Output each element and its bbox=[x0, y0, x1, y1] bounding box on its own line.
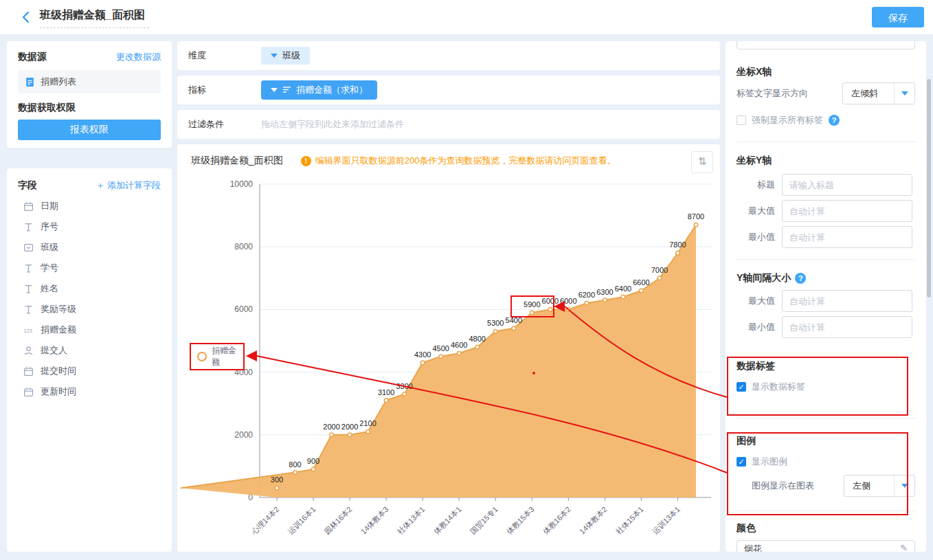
data-point[interactable] bbox=[694, 223, 698, 227]
interval-max-input[interactable] bbox=[782, 290, 912, 312]
data-point[interactable] bbox=[676, 251, 680, 256]
save-button[interactable]: 保存 bbox=[872, 7, 924, 27]
data-point[interactable] bbox=[384, 399, 388, 403]
data-label: 2000 bbox=[323, 423, 339, 431]
filter-dropzone[interactable]: 拖动左侧字段到此处来添加过滤条件 bbox=[261, 118, 404, 131]
field-item[interactable]: 123捐赠金额 bbox=[18, 320, 161, 340]
data-point[interactable] bbox=[657, 276, 662, 280]
divider bbox=[737, 259, 915, 260]
chart-legend[interactable]: 捐赠金额 bbox=[190, 343, 245, 370]
y-axis-tick-label: 8000 bbox=[234, 242, 253, 251]
data-point[interactable] bbox=[585, 301, 589, 305]
edit-icon: ✎ bbox=[900, 543, 908, 552]
datasource-item[interactable]: 捐赠列表 bbox=[18, 70, 161, 93]
data-point[interactable] bbox=[640, 289, 644, 293]
text-icon bbox=[23, 304, 34, 315]
data-point[interactable] bbox=[403, 392, 407, 396]
y-min-input[interactable] bbox=[782, 226, 912, 248]
document-icon bbox=[25, 77, 35, 87]
data-point[interactable] bbox=[603, 298, 607, 302]
interval-min-label: 最小值 bbox=[737, 321, 775, 333]
force-labels-checkbox[interactable] bbox=[737, 115, 746, 125]
data-point[interactable] bbox=[439, 355, 443, 359]
page-title: 班级捐赠金额_面积图 bbox=[40, 8, 149, 28]
metric-label: 指标 bbox=[188, 84, 261, 96]
report-permission-button[interactable]: 报表权限 bbox=[18, 120, 161, 140]
field-item[interactable]: 更新时间 bbox=[18, 381, 161, 402]
add-calc-field-link[interactable]: ＋ 添加计算字段 bbox=[95, 179, 161, 192]
data-point[interactable] bbox=[530, 311, 535, 315]
area-fill bbox=[181, 225, 696, 497]
data-point[interactable] bbox=[493, 330, 497, 334]
data-point[interactable] bbox=[567, 308, 571, 312]
interval-max-label: 最大值 bbox=[737, 295, 775, 307]
x-axis-label: 园林16本2 bbox=[323, 505, 354, 536]
y-min-label: 最小值 bbox=[737, 231, 775, 243]
legend-position-select[interactable]: 左侧 bbox=[844, 475, 915, 497]
field-item[interactable]: 姓名 bbox=[18, 278, 161, 299]
clipped-setting-input[interactable] bbox=[737, 41, 915, 49]
data-point[interactable] bbox=[330, 433, 334, 437]
dimension-row: 维度 班级 bbox=[177, 41, 720, 70]
field-item[interactable]: 提交人 bbox=[18, 340, 161, 361]
metric-tag[interactable]: 捐赠金额（求和） bbox=[261, 80, 377, 100]
data-label: 7800 bbox=[669, 240, 686, 249]
x-axis-label: 国贸15专1 bbox=[469, 505, 499, 536]
help-icon[interactable]: ? bbox=[795, 273, 806, 284]
chevron-down-icon bbox=[894, 475, 914, 496]
data-point[interactable] bbox=[366, 429, 370, 434]
data-label: 7000 bbox=[651, 266, 668, 274]
calendar-icon bbox=[23, 366, 34, 377]
divider bbox=[737, 142, 915, 142]
data-point[interactable] bbox=[548, 308, 552, 312]
data-point[interactable] bbox=[475, 345, 480, 349]
interval-min-input[interactable] bbox=[782, 316, 912, 338]
fields-title: 字段 bbox=[18, 179, 37, 192]
y-axis-tick-label: 2000 bbox=[234, 430, 253, 440]
data-point[interactable] bbox=[275, 486, 279, 491]
data-point[interactable] bbox=[457, 351, 461, 355]
data-label: 6000 bbox=[560, 297, 576, 305]
legend-section-title: 图例 bbox=[737, 435, 915, 447]
data-label: 800 bbox=[289, 460, 301, 469]
svg-text:123: 123 bbox=[23, 327, 32, 333]
datasource-panel: 数据源 更改数据源 捐赠列表 数据获取权限 报表权限 bbox=[7, 41, 172, 148]
x-axis-label: 运训13本1 bbox=[651, 505, 682, 536]
data-point[interactable] bbox=[311, 467, 315, 471]
back-icon[interactable] bbox=[19, 10, 33, 24]
field-item[interactable]: 班级 bbox=[18, 237, 161, 258]
show-legend-checkbox[interactable]: ✓ bbox=[737, 457, 746, 467]
sort-button[interactable]: ⇅ bbox=[691, 151, 713, 173]
data-point[interactable] bbox=[293, 471, 297, 475]
data-point[interactable] bbox=[621, 295, 625, 299]
warning-icon: ! bbox=[301, 156, 311, 166]
help-icon[interactable]: ? bbox=[829, 115, 840, 126]
data-label: 4800 bbox=[469, 335, 485, 343]
data-point[interactable] bbox=[420, 361, 425, 365]
field-item[interactable]: 奖励等级 bbox=[18, 299, 161, 320]
y-interval-section-title: Y轴间隔大小 ? bbox=[737, 272, 915, 284]
field-item[interactable]: 序号 bbox=[18, 216, 161, 237]
scrollbar-thumb[interactable] bbox=[927, 79, 931, 298]
chart-panel: 班级捐赠金额_面积图 ! 编辑界面只取数据源前200条作为查询数据预览，完整数据… bbox=[177, 144, 720, 552]
y-axis-tick-label: 6000 bbox=[234, 304, 253, 314]
label-direction-select[interactable]: 左倾斜 bbox=[842, 82, 915, 104]
x-axis-label: 社体13本1 bbox=[396, 505, 427, 536]
field-item[interactable]: 日期 bbox=[18, 196, 161, 216]
color-scheme-select[interactable]: 烟花 ✎ bbox=[737, 540, 915, 552]
change-datasource-link[interactable]: 更改数据源 bbox=[116, 51, 161, 63]
field-item[interactable]: 提交时间 bbox=[18, 361, 161, 381]
data-point[interactable] bbox=[348, 433, 352, 437]
data-point[interactable] bbox=[512, 326, 516, 331]
chevron-down-icon bbox=[271, 54, 278, 58]
x-axis-label: 体教16本2 bbox=[541, 505, 572, 537]
show-data-labels-checkbox[interactable]: ✓ bbox=[737, 382, 746, 392]
field-item[interactable]: 学号 bbox=[18, 258, 161, 278]
number-icon: 123 bbox=[23, 325, 34, 335]
calendar-icon bbox=[23, 201, 34, 212]
x-axis-label: 14体教本3 bbox=[359, 505, 390, 536]
dimension-tag[interactable]: 班级 bbox=[261, 47, 310, 65]
y-title-input[interactable] bbox=[782, 174, 912, 196]
show-data-labels-label: 显示数据标签 bbox=[752, 381, 805, 393]
y-max-input[interactable] bbox=[782, 200, 912, 222]
